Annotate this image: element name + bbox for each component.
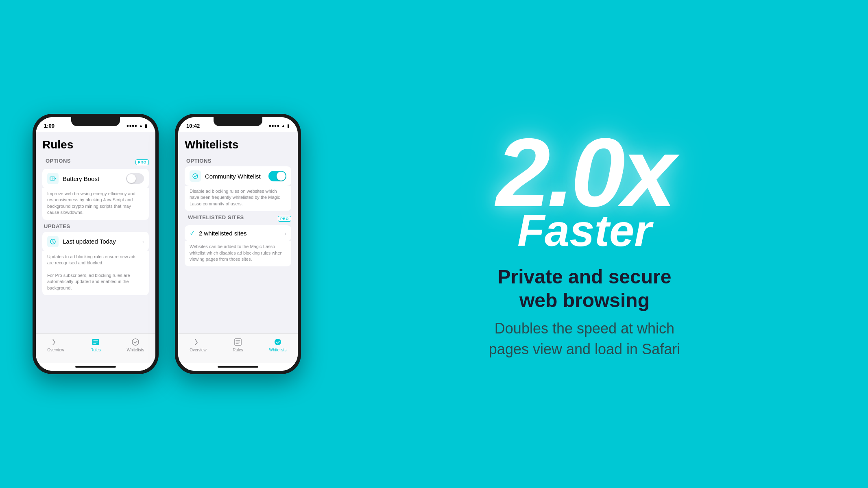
speed-multiplier: 2.0x	[496, 129, 673, 216]
svg-rect-1	[55, 178, 56, 179]
overview-tab-icon-2	[193, 337, 203, 347]
community-whitelist-icon	[190, 170, 201, 182]
options-label-2: Options	[186, 158, 291, 164]
tab-label-rules-1: Rules	[90, 348, 101, 352]
tab-rules-2[interactable]: Rules	[218, 337, 258, 352]
page-title-whitelists: Whitelists	[185, 138, 291, 151]
svg-point-4	[132, 339, 139, 345]
rules-icon-svg-2	[233, 338, 242, 346]
status-icons-1: ●●●● ▲ ▮	[126, 123, 147, 129]
community-whitelist-row[interactable]: Community Whitelist	[185, 166, 291, 186]
community-icon-svg	[192, 173, 198, 179]
whitelists-tab-icon-2	[273, 337, 283, 347]
checkmark-icon: ✓	[190, 229, 195, 237]
overview-icon-svg-2	[194, 338, 203, 346]
wifi-icon-2: ▲	[281, 123, 286, 128]
whitelists-tab-icon-1	[131, 337, 140, 347]
updates-label: Updates	[44, 223, 149, 229]
whitelisted-sites-description: Websites can be added to the Magic Lasso…	[185, 241, 291, 266]
status-time-2: 10:42	[186, 123, 200, 129]
svg-point-7	[275, 339, 281, 345]
updates-description: Updates to ad blocking rules ensure new …	[42, 251, 149, 295]
whitelisted-sites-row[interactable]: ✓ 2 whitelisted sites ›	[185, 225, 291, 241]
rules-icon-svg	[91, 338, 100, 346]
pro-badge-whitelisted: PRO	[278, 216, 291, 222]
home-indicator-1	[36, 363, 155, 371]
tab-bar-2: Overview Rules	[178, 333, 298, 363]
screen-content-1: Rules Options PRO	[36, 132, 155, 371]
battery-boost-description: Improve web browsing energy efficiency a…	[42, 188, 149, 220]
status-time-1: 1:09	[44, 123, 55, 129]
tagline-sub: Doubles the speed at whichpages view and…	[489, 318, 680, 359]
chevron-icon-2: ›	[284, 230, 286, 237]
battery-boost-row[interactable]: Battery Boost	[42, 169, 149, 188]
clock-svg	[50, 238, 56, 245]
tab-overview-1[interactable]: Overview	[36, 337, 76, 352]
phone-notch	[71, 117, 120, 126]
community-whitelist-description: Disable ad blocking rules on websites wh…	[185, 186, 291, 211]
clock-icon	[47, 236, 59, 247]
whitelisted-sites-count-label: 2 whitelisted sites	[199, 230, 282, 237]
battery-boost-svg	[50, 175, 56, 182]
phones-container: 1:09 ●●●● ▲ ▮ Rules Options PRO	[33, 114, 301, 374]
options-card: Battery Boost	[42, 169, 149, 188]
tab-label-whitelists-1: Whitelists	[127, 348, 144, 352]
tab-label-rules-2: Rules	[233, 348, 243, 352]
battery-boost-icon	[47, 173, 59, 184]
whitelisted-sites-label: Whitelisted Sites	[188, 214, 244, 220]
wifi-icon: ▲	[139, 123, 143, 128]
screen-content-2: Whitelists Options Community Whitelist	[178, 132, 298, 371]
last-updated-label: Last updated Today	[63, 238, 140, 245]
battery-icon: ▮	[145, 123, 147, 129]
tab-rules-1[interactable]: Rules	[76, 337, 116, 352]
tab-whitelists-2[interactable]: Whitelists	[258, 337, 298, 352]
battery-boost-toggle[interactable]	[126, 173, 144, 184]
updates-card: Last updated Today ›	[42, 232, 149, 251]
options-label: Options	[46, 158, 71, 164]
battery-icon-2: ▮	[287, 123, 290, 129]
tagline-main: Private and secureweb browsing	[498, 265, 672, 312]
whitelisted-sites-header: Whitelisted Sites PRO	[186, 214, 291, 223]
home-indicator-2	[178, 363, 298, 371]
battery-boost-label: Battery Boost	[63, 175, 126, 182]
whitelists-icon-svg-1	[131, 338, 140, 346]
community-whitelist-toggle[interactable]	[268, 171, 286, 181]
tab-overview-2[interactable]: Overview	[178, 337, 218, 352]
updates-section: Updates Last updated Today	[42, 223, 149, 295]
last-updated-row[interactable]: Last updated Today ›	[42, 232, 149, 251]
whitelists-icon-svg-2	[273, 338, 282, 346]
rules-tab-icon	[91, 337, 100, 347]
options-section-header: Options PRO	[44, 158, 149, 166]
options-card-2: Community Whitelist	[185, 166, 291, 186]
right-section: 2.0x Faster Private and secureweb browsi…	[301, 129, 868, 359]
rules-tab-icon-2	[233, 337, 243, 347]
page-title-rules: Rules	[42, 138, 149, 151]
tab-label-overview-2: Overview	[190, 348, 207, 352]
signal-bars-icon: ●●●●	[126, 123, 137, 128]
chevron-icon: ›	[142, 238, 144, 245]
whitelisted-sites-card: ✓ 2 whitelisted sites ›	[185, 225, 291, 241]
signal-bars-icon-2: ●●●●	[269, 123, 280, 128]
phone-notch-2	[214, 117, 262, 126]
tab-label-overview-1: Overview	[47, 348, 64, 352]
phone-whitelists: 10:42 ●●●● ▲ ▮ Whitelists Options	[175, 114, 301, 374]
community-whitelist-label: Community Whitelist	[205, 173, 268, 180]
tab-label-whitelists-2: Whitelists	[269, 348, 287, 352]
tab-bar-1: Overview Rules	[36, 333, 155, 363]
pro-badge-options: PRO	[135, 159, 149, 165]
overview-icon-svg	[51, 338, 60, 346]
status-icons-2: ●●●● ▲ ▮	[269, 123, 290, 129]
overview-tab-icon	[51, 337, 61, 347]
phone-rules: 1:09 ●●●● ▲ ▮ Rules Options PRO	[33, 114, 159, 374]
tab-whitelists-1[interactable]: Whitelists	[116, 337, 155, 352]
faster-label: Faster	[517, 208, 652, 253]
